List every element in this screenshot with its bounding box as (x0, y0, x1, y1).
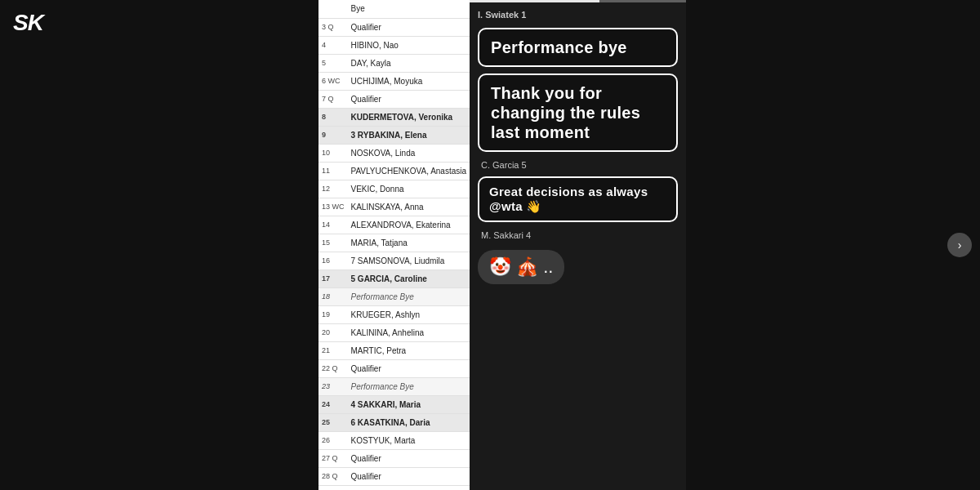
nav-arrow-right[interactable]: › (947, 233, 972, 257)
bracket-row: 8KUDERMETOVA, Veronika (318, 108, 470, 126)
bracket-row: 6 WCUCHIJIMA, MoyukaJPN (318, 72, 470, 90)
bracket-row: 14ALEXANDROVA, Ekaterina (318, 216, 470, 234)
row-seed: 23 (318, 377, 348, 395)
row-name: HIBINO, Nao (348, 36, 470, 54)
bubble-great-decisions: Great decisions as always @wta 👋 (478, 176, 678, 222)
swiatek-label: I. Swiatek 1 (478, 8, 678, 21)
row-name: KALININA, Anhelina (348, 323, 470, 341)
row-name: Qualifier (348, 449, 470, 467)
row-seed: 25 (318, 413, 348, 431)
row-name: VEKIC, Donna (348, 180, 470, 198)
bracket-row: 256 KASATKINA, Daria (318, 413, 470, 431)
row-seed: 21 (318, 341, 348, 359)
row-name: 7 SAMSONOVA, Liudmila (348, 252, 470, 270)
row-name: MARTIC, Petra (348, 341, 470, 359)
bracket-row: 22 QQualifier (318, 359, 470, 377)
bracket-row: 21MARTIC, PetraCRO (318, 341, 470, 359)
row-name: Qualifier (348, 467, 470, 485)
row-seed: 18 (318, 287, 348, 305)
row-seed: 17 (318, 270, 348, 287)
row-seed: 14 (318, 216, 348, 234)
bracket-row: 26KOSTYUK, MartaUKR (318, 431, 470, 449)
row-seed: 10 (318, 144, 348, 162)
row-seed: 26 (318, 431, 348, 449)
bracket-row: 10NOSKOVA, LindaCZE (318, 144, 470, 162)
row-seed: 20 (318, 323, 348, 341)
row-name: KALINSKAYA, Anna (348, 198, 470, 216)
bracket-row: 4HIBINO, NaoJPN (318, 36, 470, 54)
row-name: UCHIJIMA, Moyuka (348, 72, 470, 90)
bracket-table: Bye3 QQualifier4HIBINO, NaoJPN5DAY, Kayl… (318, 0, 470, 486)
bracket-row: 13 WCKALINSKAYA, Anna (318, 198, 470, 216)
bracket-row: Bye (318, 0, 470, 18)
bracket-row: 11PAVLYUCHENKOVA, Anastasia (318, 162, 470, 180)
bracket-row: 23Performance Bye (318, 377, 470, 395)
row-name: 6 KASATKINA, Daria (348, 413, 470, 431)
row-seed: 12 (318, 180, 348, 198)
emoji-box: 🤡 🎪 .. (478, 250, 564, 284)
row-name: Qualifier (348, 359, 470, 377)
row-seed: 11 (318, 162, 348, 180)
row-seed: 3 Q (318, 18, 348, 36)
progress-bar (470, 0, 686, 2)
bracket-row: 27 QQualifier (318, 449, 470, 467)
bubble-performance-bye: Performance bye (478, 28, 678, 67)
row-name: Bye (348, 0, 470, 18)
row-name: 5 GARCIA, Caroline (348, 270, 470, 287)
row-name: ALEXANDROVA, Ekaterina (348, 216, 470, 234)
row-name: Qualifier (348, 90, 470, 108)
row-seed (318, 0, 348, 18)
row-name: MARIA, Tatjana (348, 234, 470, 252)
bracket-row: 20KALININA, AnhelinaUKR (318, 323, 470, 341)
row-seed: 7 Q (318, 90, 348, 108)
row-name: KUDERMETOVA, Veronika (348, 108, 470, 126)
bracket-row: 93 RYBAKINA, ElenaKAZ (318, 126, 470, 144)
bracket-row: 167 SAMSONOVA, Liudmila (318, 252, 470, 270)
row-name: Performance Bye (348, 377, 470, 395)
row-name: 3 RYBAKINA, Elena (348, 126, 470, 144)
row-seed: 28 Q (318, 467, 348, 485)
bracket-row: 19KRUEGER, AshlynUSA (318, 305, 470, 323)
bracket-panel: Bye3 QQualifier4HIBINO, NaoJPN5DAY, Kayl… (318, 0, 470, 490)
row-seed: 15 (318, 234, 348, 252)
row-name: KRUEGER, Ashlyn (348, 305, 470, 323)
bracket-row: 7 QQualifier (318, 90, 470, 108)
row-name: PAVLYUCHENKOVA, Anastasia (348, 162, 470, 180)
bracket-row: 3 QQualifier (318, 18, 470, 36)
bubble-thank-you: Thank you for changing the rules last mo… (478, 74, 678, 152)
row-seed: 22 Q (318, 359, 348, 377)
garcia-result: C. Garcia 5 (478, 160, 678, 170)
row-name: KOSTYUK, Marta (348, 431, 470, 449)
progress-fill (470, 0, 599, 2)
row-seed: 8 (318, 108, 348, 126)
bracket-row: 18Performance Bye (318, 287, 470, 305)
bracket-row: 5DAY, KaylaUSA (318, 54, 470, 72)
row-seed: 4 (318, 36, 348, 54)
row-name: Qualifier (348, 18, 470, 36)
row-seed: 24 (318, 395, 348, 413)
row-name: 4 SAKKARI, Maria (348, 395, 470, 413)
row-seed: 27 Q (318, 449, 348, 467)
bracket-row: 244 SAKKARI, MariaGRE (318, 395, 470, 413)
sakkari-result: M. Sakkari 4 (478, 230, 678, 240)
row-seed: 16 (318, 252, 348, 270)
sk-logo: SK (13, 10, 43, 36)
bracket-row: 15MARIA, TatjanaGER (318, 234, 470, 252)
row-name: DAY, Kayla (348, 54, 470, 72)
bracket-row: 175 GARCIA, CarolineFRA (318, 270, 470, 287)
row-name: Performance Bye (348, 287, 470, 305)
row-seed: 19 (318, 305, 348, 323)
row-name: NOSKOVA, Linda (348, 144, 470, 162)
story-panel: I. Swiatek 1 Performance bye Thank you f… (470, 0, 686, 490)
row-seed: 5 (318, 54, 348, 72)
bracket-row: 12VEKIC, DonnaCRO (318, 180, 470, 198)
row-seed: 9 (318, 126, 348, 144)
row-seed: 6 WC (318, 72, 348, 90)
bracket-row: 28 QQualifier (318, 467, 470, 485)
row-seed: 13 WC (318, 198, 348, 216)
